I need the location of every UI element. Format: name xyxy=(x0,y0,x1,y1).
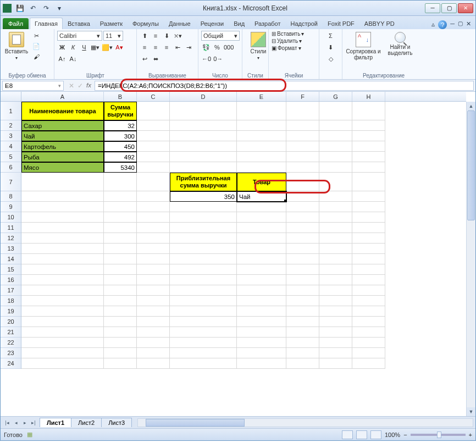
cell-B14[interactable] xyxy=(104,254,137,264)
cell-A20[interactable] xyxy=(21,317,104,327)
cell-E4[interactable] xyxy=(237,141,286,152)
cell-G2[interactable] xyxy=(319,120,352,131)
ribbon-tab-4[interactable]: Данные xyxy=(164,18,196,29)
cell-F24[interactable] xyxy=(286,358,319,369)
row-header-14[interactable]: 14 xyxy=(1,254,21,264)
cell-F22[interactable] xyxy=(286,338,319,348)
row-header-10[interactable]: 10 xyxy=(1,212,21,223)
cell-C7[interactable] xyxy=(137,173,170,191)
ribbon-tab-3[interactable]: Формулы xyxy=(128,18,164,29)
cell-D10[interactable] xyxy=(170,212,237,223)
border-button[interactable]: ▦▾ xyxy=(90,42,100,52)
font-name-combo[interactable]: Calibri▾ xyxy=(57,31,102,41)
align-middle-button[interactable]: ≡ xyxy=(151,31,160,41)
spreadsheet-grid[interactable]: ABCDEFGH 1234567891011121314151617181920… xyxy=(1,92,475,416)
cell-H4[interactable] xyxy=(352,141,385,152)
align-top-button[interactable]: ⬆ xyxy=(140,31,150,41)
cell-A24[interactable] xyxy=(21,358,104,369)
font-color-button[interactable]: A▾ xyxy=(114,42,124,52)
row-header-20[interactable]: 20 xyxy=(1,317,21,327)
cell-F10[interactable] xyxy=(286,212,319,223)
cell-D16[interactable] xyxy=(170,275,237,285)
insert-cells-button[interactable]: ⊞Вставить▾ xyxy=(272,31,316,37)
cell-F23[interactable] xyxy=(286,348,319,358)
row-header-2[interactable]: 2 xyxy=(1,120,21,131)
cell-E6[interactable] xyxy=(237,162,286,173)
cell-A18[interactable] xyxy=(21,296,104,306)
minimize-button[interactable]: ─ xyxy=(425,3,440,13)
cell-H21[interactable] xyxy=(352,327,385,338)
cell-E7[interactable]: Товар xyxy=(237,173,286,191)
zoom-slider[interactable] xyxy=(411,434,466,436)
fill-button[interactable]: ⬇ xyxy=(322,42,339,52)
indent-inc-button[interactable]: ⇥ xyxy=(184,42,193,52)
file-tab[interactable]: Файл xyxy=(3,18,29,29)
name-box[interactable]: E8▾ xyxy=(2,81,64,91)
cell-H9[interactable] xyxy=(352,202,385,212)
cell-B20[interactable] xyxy=(104,317,137,327)
horizontal-scrollbar[interactable] xyxy=(137,418,473,427)
row-header-9[interactable]: 9 xyxy=(1,202,21,212)
cell-A21[interactable] xyxy=(21,327,104,338)
cell-E5[interactable] xyxy=(237,152,286,162)
cell-G7[interactable] xyxy=(319,173,352,191)
cell-B22[interactable] xyxy=(104,338,137,348)
col-header-G[interactable]: G xyxy=(319,92,352,101)
col-header-D[interactable]: D xyxy=(170,92,237,101)
sheet-next-icon[interactable]: ▸ xyxy=(20,420,29,425)
cell-H17[interactable] xyxy=(352,285,385,296)
sheet-tab-0[interactable]: Лист1 xyxy=(40,418,71,427)
cell-C24[interactable] xyxy=(137,358,170,369)
merge-button[interactable]: ⬌ xyxy=(151,54,160,64)
scroll-up-icon[interactable]: ▲ xyxy=(467,102,475,110)
row-header-6[interactable]: 6 xyxy=(1,162,21,173)
cell-E8[interactable]: Чай xyxy=(237,191,286,202)
cell-C14[interactable] xyxy=(137,254,170,264)
cell-D18[interactable] xyxy=(170,296,237,306)
cell-C15[interactable] xyxy=(137,264,170,275)
cell-A9[interactable] xyxy=(21,202,104,212)
ribbon-tab-5[interactable]: Рецензи xyxy=(196,18,229,29)
col-header-A[interactable]: A xyxy=(21,92,104,101)
ribbon-tab-6[interactable]: Вид xyxy=(229,18,250,29)
copy-button[interactable]: 📄 xyxy=(31,41,41,51)
cell-C8[interactable] xyxy=(137,191,170,202)
cell-H19[interactable] xyxy=(352,306,385,317)
format-cells-button[interactable]: ▣Формат▾ xyxy=(272,45,316,51)
sheet-prev-icon[interactable]: ◂ xyxy=(12,420,20,425)
cell-G1[interactable] xyxy=(319,102,352,120)
cell-A17[interactable] xyxy=(21,285,104,296)
cell-G17[interactable] xyxy=(319,285,352,296)
cell-G6[interactable] xyxy=(319,162,352,173)
cell-H1[interactable] xyxy=(352,102,385,120)
help-icon[interactable]: ? xyxy=(438,20,447,29)
cell-A13[interactable] xyxy=(21,244,104,254)
underline-button[interactable]: Ч xyxy=(79,42,89,52)
cell-C12[interactable] xyxy=(137,233,170,244)
row-header-3[interactable]: 3 xyxy=(1,131,21,141)
cell-G11[interactable] xyxy=(319,223,352,233)
cell-B15[interactable] xyxy=(104,264,137,275)
cut-button[interactable]: ✂ xyxy=(31,31,41,41)
ribbon-tab-0[interactable]: Главная xyxy=(30,18,63,29)
cell-B21[interactable] xyxy=(104,327,137,338)
cell-E1[interactable] xyxy=(237,102,286,120)
cell-D23[interactable] xyxy=(170,348,237,358)
normal-view-button[interactable] xyxy=(342,430,353,439)
cell-G9[interactable] xyxy=(319,202,352,212)
cell-F6[interactable] xyxy=(286,162,319,173)
cell-E15[interactable] xyxy=(237,264,286,275)
cell-G21[interactable] xyxy=(319,327,352,338)
cell-G19[interactable] xyxy=(319,306,352,317)
cell-B10[interactable] xyxy=(104,212,137,223)
cell-B11[interactable] xyxy=(104,223,137,233)
cell-E20[interactable] xyxy=(237,317,286,327)
doc-minimize-icon[interactable]: ─ xyxy=(450,20,455,29)
cell-E10[interactable] xyxy=(237,212,286,223)
row-header-22[interactable]: 22 xyxy=(1,338,21,348)
bold-button[interactable]: Ж xyxy=(57,42,67,52)
page-layout-view-button[interactable] xyxy=(356,430,367,439)
row-header-17[interactable]: 17 xyxy=(1,285,21,296)
cell-D9[interactable] xyxy=(170,202,237,212)
cell-H8[interactable] xyxy=(352,191,385,202)
